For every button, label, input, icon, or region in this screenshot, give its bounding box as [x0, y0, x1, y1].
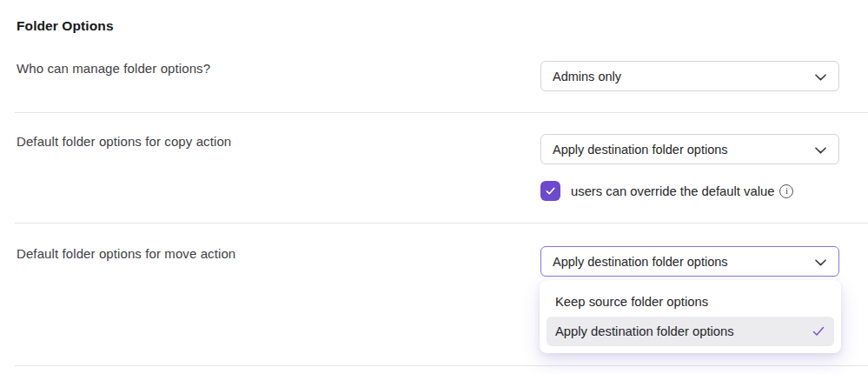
copy-action-default-select[interactable]: Apply destination folder options	[540, 134, 839, 164]
folder-options-settings-page: Folder Options Who can manage folder opt…	[0, 0, 868, 374]
override-default-row: users can override the default value i	[540, 181, 793, 201]
chevron-down-icon	[815, 74, 826, 81]
setting-label-move-default: Default folder options for move action	[17, 246, 235, 261]
divider	[15, 223, 868, 224]
select-value: Apply destination folder options	[553, 143, 728, 157]
menu-item-keep-source-folder-options[interactable]: Keep source folder options	[547, 287, 834, 317]
info-icon[interactable]: i	[779, 184, 793, 198]
setting-label-who-can-manage: Who can manage folder options?	[17, 61, 210, 76]
menu-item-apply-destination-folder-options[interactable]: Apply destination folder options	[547, 317, 834, 346]
divider	[15, 112, 868, 113]
chevron-down-icon	[815, 259, 826, 266]
move-action-default-select[interactable]: Apply destination folder options	[540, 246, 839, 277]
manage-folder-options-select[interactable]: Admins only	[540, 61, 839, 91]
divider	[15, 365, 868, 366]
select-value: Apply destination folder options	[553, 255, 728, 269]
menu-item-label: Keep source folder options	[555, 295, 708, 309]
check-icon	[812, 325, 825, 337]
checkmark-icon	[544, 184, 557, 197]
select-dropdown-menu: Keep source folder options Apply destina…	[540, 280, 841, 353]
select-value: Admins only	[553, 70, 621, 83]
menu-item-label: Apply destination folder options	[555, 324, 734, 338]
override-default-checkbox[interactable]	[540, 181, 560, 201]
setting-label-copy-default: Default folder options for copy action	[17, 134, 231, 149]
override-default-label: users can override the default value	[571, 184, 774, 198]
chevron-down-icon	[815, 147, 826, 154]
page-title: Folder Options	[17, 18, 114, 34]
